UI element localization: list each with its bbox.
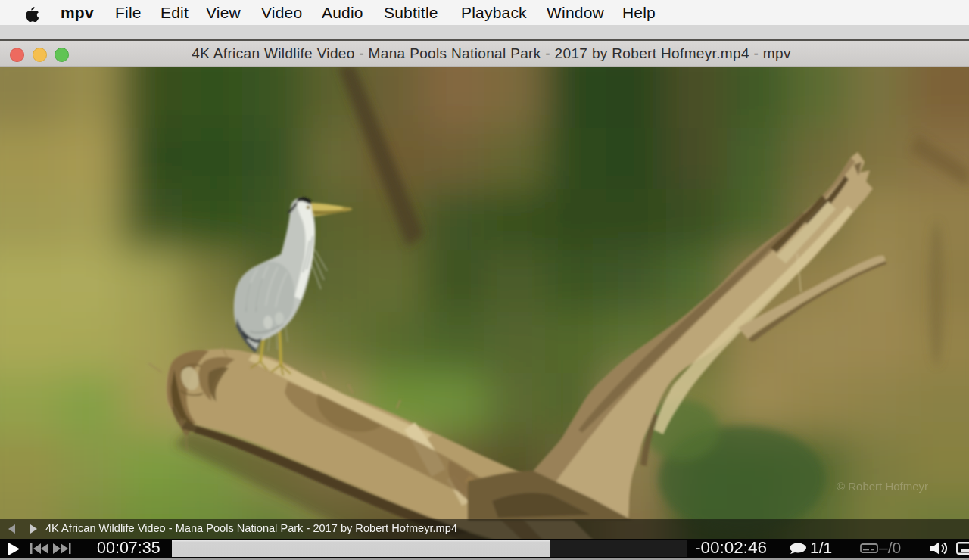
svg-text:© Robert Hofmeyr: © Robert Hofmeyr: [837, 480, 928, 493]
